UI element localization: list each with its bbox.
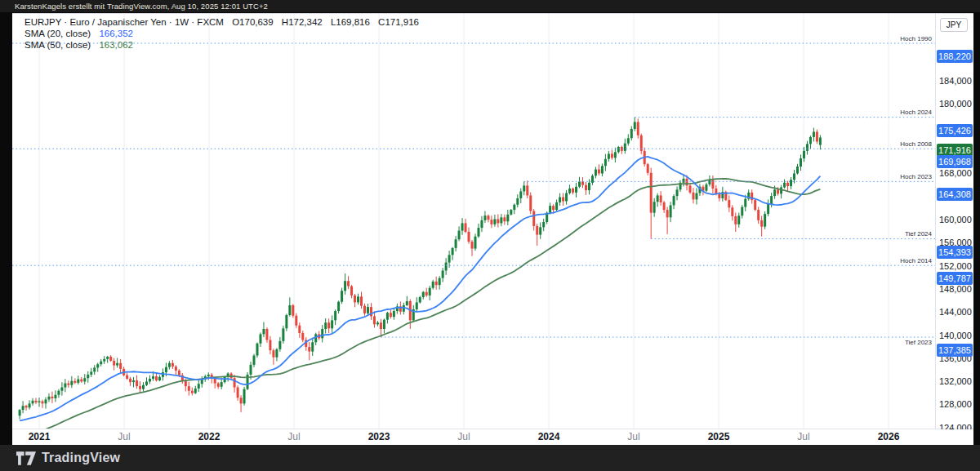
time-tick: Jul [287, 431, 300, 442]
level-label: Hoch 1990 [900, 35, 932, 42]
footer-bar: TradingView [0, 445, 980, 471]
level-label: Tief 2023 [905, 339, 933, 346]
candle-body [217, 384, 220, 387]
candle-body [800, 158, 802, 167]
chart-area[interactable]: Hoch 1990Hoch 2024Hoch 2008Hoch 2023Tief… [12, 13, 973, 445]
candle-body [237, 388, 239, 398]
candle-body [647, 164, 649, 173]
legend-sma20-row[interactable]: SMA (20, close) 166,352 [24, 28, 419, 39]
candle-body [493, 219, 496, 224]
sma50-line [20, 179, 820, 437]
candle-body [295, 316, 297, 326]
time-tick: 2023 [368, 431, 390, 442]
candle-body [376, 322, 379, 324]
legend-symbol-row[interactable]: EURJPY · Euro / Japanischer Yen · 1W · F… [24, 16, 419, 28]
candle-body [741, 207, 743, 216]
candle-body [47, 397, 50, 400]
candle-body [80, 380, 82, 382]
candle-body [341, 291, 343, 301]
level-label: Tief 2024 [905, 230, 933, 238]
candle-body [155, 376, 158, 380]
price-tick: 132,000 [939, 375, 973, 387]
candle-body [539, 227, 541, 234]
tradingview-logo-link[interactable]: TradingView [16, 451, 120, 465]
candle-body [116, 363, 118, 366]
candle-body [764, 214, 766, 227]
candle-body [22, 406, 24, 410]
candle-body [354, 295, 356, 302]
candle-body [54, 395, 56, 398]
price-axis[interactable]: JPY 184,000180,000176,000168,000160,0001… [936, 14, 973, 429]
candle-body [83, 378, 86, 381]
candle-body [519, 191, 522, 198]
candle-body [555, 202, 558, 210]
candle-body [683, 179, 685, 183]
candle-body [77, 380, 79, 383]
candle-body [536, 226, 538, 235]
candle-body [532, 211, 535, 226]
candle-body [106, 357, 109, 359]
candle-body [500, 217, 502, 223]
candle-body [572, 189, 574, 193]
candle-body [819, 137, 822, 144]
candle-body [87, 375, 89, 378]
candle-body [728, 200, 730, 207]
currency-unit-button[interactable]: JPY [940, 18, 968, 32]
candle-body [503, 217, 506, 221]
price-level-badge: 149,787 [937, 272, 973, 285]
candle-body [445, 263, 448, 271]
legend-sma50-row[interactable]: SMA (50, close) 163,062 [24, 39, 419, 51]
time-axis[interactable]: 2021Jul2022Jul2023Jul2024Jul2025Jul2026 [12, 429, 973, 446]
candle-body [282, 328, 284, 341]
candle-body [327, 322, 330, 328]
candle-body [793, 173, 795, 180]
candle-body [657, 195, 659, 202]
candle-body [585, 185, 587, 190]
candle-body [653, 202, 656, 212]
price-tick: 140,000 [939, 330, 973, 341]
candle-body [149, 379, 151, 382]
candle-body [119, 363, 122, 369]
candle-body [416, 302, 418, 309]
candle-body [44, 399, 47, 403]
candle-body [70, 381, 73, 385]
candle-body [442, 270, 444, 278]
candle-body [168, 363, 171, 367]
candle-body [754, 200, 756, 210]
candle-body [630, 129, 633, 138]
candle-body [757, 210, 760, 220]
level-label: Hoch 2024 [900, 109, 932, 116]
candle-body [604, 159, 607, 166]
candle-body [256, 344, 258, 356]
candle-body [786, 183, 789, 186]
candle-body [344, 281, 346, 291]
level-label: Hoch 2008 [900, 140, 932, 148]
candle-body [278, 341, 281, 349]
candle-body [269, 340, 271, 350]
price-chart-svg[interactable]: Hoch 1990Hoch 2024Hoch 2008Hoch 2023Tief… [12, 14, 973, 446]
candle-body [234, 378, 236, 387]
candle-body [429, 288, 431, 295]
candle-body [109, 357, 112, 361]
candle-body [452, 248, 454, 255]
candle-body [458, 231, 461, 240]
price-tick: 180,000 [939, 98, 973, 109]
candle-body [670, 205, 672, 217]
candle-body [64, 384, 66, 388]
candle-body [552, 206, 555, 210]
candle-body [513, 205, 515, 210]
candle-body [406, 301, 408, 305]
candle-body [581, 181, 584, 184]
candle-body [35, 401, 38, 402]
sma20-label: SMA (20, close) [24, 29, 91, 38]
candle-body [718, 193, 720, 198]
candle-body [773, 189, 776, 196]
tradingview-brand: TradingView [42, 451, 120, 465]
candle-body [516, 198, 519, 205]
candle-body [588, 183, 590, 190]
candle-body [350, 287, 353, 295]
candle-body [331, 320, 333, 328]
candle-body [559, 198, 561, 202]
candle-body [74, 381, 76, 383]
attribution-text: KarstenKagels erstellt mit TradingView.c… [15, 2, 268, 11]
